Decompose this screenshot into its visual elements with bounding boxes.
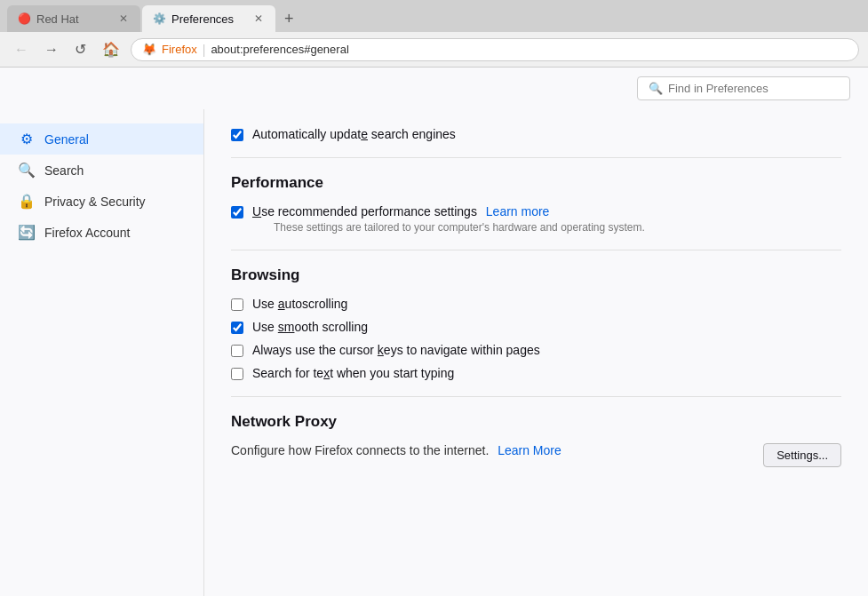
find-input[interactable]	[668, 82, 839, 95]
network-proxy-settings-button[interactable]: Settings...	[763, 443, 841, 467]
network-proxy-description: Configure how Firefox connects to the in…	[231, 443, 841, 457]
redhat-tab-label: Red Hat	[36, 12, 79, 26]
redhat-tab-close[interactable]: ✕	[117, 11, 130, 27]
address-bar[interactable]: 🦊 Firefox | about:preferences#general	[131, 38, 859, 61]
forward-button[interactable]: →	[39, 38, 64, 61]
network-proxy-text: Configure how Firefox connects to the in…	[231, 443, 489, 457]
recommended-performance-label[interactable]: Use recommended performance settings	[252, 204, 481, 219]
sidebar-item-firefox-account[interactable]: 🔄 Firefox Account	[0, 217, 203, 248]
auto-update-engines-checkbox[interactable]	[231, 129, 243, 141]
smooth-scroll-label[interactable]: Use smooth scrolling	[252, 320, 368, 334]
sidebar-item-privacy[interactable]: 🔒 Privacy & Security	[0, 186, 203, 217]
tab-bar: 🔴 Red Hat ✕ ⚙️ Preferences ✕ +	[0, 0, 868, 32]
search-engines-section: Automatically update search engines	[231, 127, 841, 141]
performance-section: Performance Use recommended performance …	[231, 174, 841, 234]
autoscroll-row: Use autoscrolling	[231, 297, 841, 311]
main-layout: ⚙ General 🔍 Search 🔒 Privacy & Security …	[0, 109, 868, 596]
search-typing-label[interactable]: Search for text when you start typing	[252, 366, 454, 380]
recommended-performance-description: These settings are tailored to your comp…	[274, 221, 645, 234]
cursor-keys-checkbox[interactable]	[231, 345, 243, 357]
network-proxy-section: Network Proxy Configure how Firefox conn…	[231, 413, 841, 457]
recommended-performance-label-row: Use recommended performance settings Lea…	[252, 204, 645, 219]
search-typing-row: Search for text when you start typing	[231, 366, 841, 380]
browsing-title: Browsing	[231, 266, 841, 284]
sidebar-item-search[interactable]: 🔍 Search	[0, 155, 203, 186]
address-text: about:preferences#general	[211, 43, 848, 56]
browsing-section: Browsing Use autoscrolling Use smooth sc…	[231, 266, 841, 380]
firefox-brand-icon: 🦊	[142, 43, 156, 56]
recommended-performance-content: Use recommended performance settings Lea…	[252, 204, 645, 234]
brand-divider: |	[203, 43, 206, 57]
redhat-favicon: 🔴	[18, 12, 31, 25]
tab-redhat[interactable]: 🔴 Red Hat ✕	[7, 5, 140, 32]
preferences-content: Automatically update search engines Perf…	[204, 109, 868, 596]
divider-browsing	[231, 250, 841, 250]
find-bar-container: 🔍	[0, 68, 868, 109]
search-icon: 🔍	[649, 82, 663, 95]
recommended-performance-checkbox[interactable]	[231, 206, 243, 219]
divider-performance	[231, 157, 841, 158]
preferences-tab-label: Preferences	[171, 12, 234, 26]
home-button[interactable]: 🏠	[97, 37, 125, 61]
sidebar-label-privacy: Privacy & Security	[44, 195, 146, 209]
back-button[interactable]: ←	[9, 38, 34, 61]
sidebar-footer: ❓ Firefox Support	[0, 592, 203, 596]
preferences-tab-close[interactable]: ✕	[252, 11, 265, 27]
divider-network	[231, 396, 841, 397]
cursor-keys-row: Always use the cursor keys to navigate w…	[231, 343, 841, 357]
cursor-keys-label[interactable]: Always use the cursor keys to navigate w…	[252, 343, 540, 357]
add-tab-button[interactable]: +	[277, 6, 301, 32]
network-proxy-title: Network Proxy	[231, 413, 841, 431]
nav-bar: ← → ↺ 🏠 🦊 Firefox | about:preferences#ge…	[0, 32, 868, 68]
sidebar-label-general: General	[44, 132, 89, 147]
general-icon: ⚙	[18, 131, 36, 147]
smooth-scroll-checkbox[interactable]	[231, 322, 243, 334]
tab-preferences[interactable]: ⚙️ Preferences ✕	[142, 5, 275, 32]
sidebar-item-general[interactable]: ⚙ General	[0, 123, 203, 155]
autoscroll-checkbox[interactable]	[231, 298, 243, 311]
network-proxy-learn-more[interactable]: Learn More	[498, 443, 561, 457]
smooth-scroll-row: Use smooth scrolling	[231, 320, 841, 334]
performance-title: Performance	[231, 174, 841, 192]
sidebar: ⚙ General 🔍 Search 🔒 Privacy & Security …	[0, 109, 204, 596]
preferences-favicon: ⚙️	[153, 12, 166, 25]
sidebar-label-search: Search	[44, 163, 84, 178]
sync-icon: 🔄	[18, 224, 36, 241]
performance-learn-more[interactable]: Learn more	[486, 204, 550, 219]
sidebar-nav: ⚙ General 🔍 Search 🔒 Privacy & Security …	[0, 123, 203, 248]
search-typing-checkbox[interactable]	[231, 368, 243, 380]
brand-label: Firefox	[162, 43, 197, 56]
search-icon-sidebar: 🔍	[18, 162, 36, 179]
reload-button[interactable]: ↺	[69, 37, 92, 61]
auto-update-engines-label[interactable]: Automatically update search engines	[252, 127, 456, 141]
auto-update-engines-row: Automatically update search engines	[231, 127, 841, 141]
recommended-performance-row: Use recommended performance settings Lea…	[231, 204, 841, 234]
autoscroll-label[interactable]: Use autoscrolling	[252, 297, 347, 311]
find-in-preferences[interactable]: 🔍	[637, 76, 850, 100]
lock-icon: 🔒	[18, 193, 36, 210]
sidebar-label-firefox-account: Firefox Account	[44, 226, 131, 240]
